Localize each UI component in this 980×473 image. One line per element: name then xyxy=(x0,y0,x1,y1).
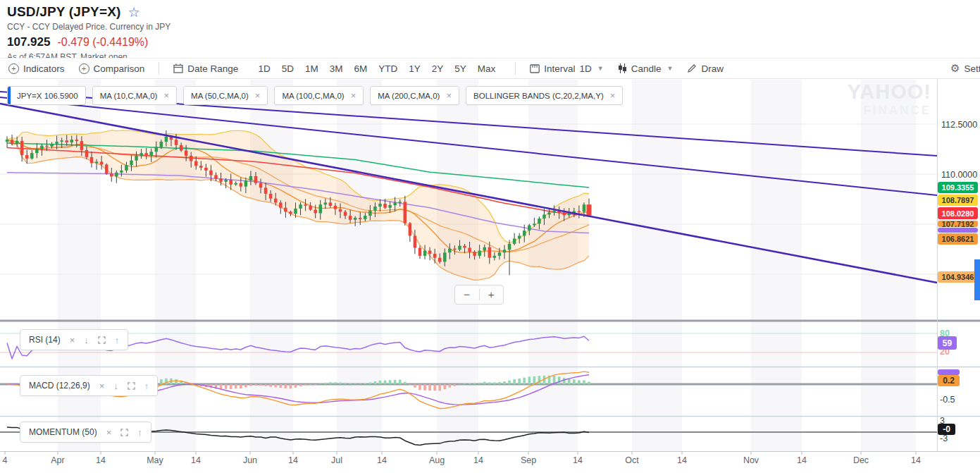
x-axis-tick: 14 xyxy=(473,455,483,465)
indicator-tag-label: MA (100,C,MA,0) xyxy=(282,92,344,100)
quote-subtitle: CCY - CCY Delayed Price. Currency in JPY xyxy=(7,22,170,32)
settings-button[interactable]: ⚙ Settings xyxy=(950,62,980,75)
price-badge: 108.7897 xyxy=(938,195,978,206)
toolbar-divider xyxy=(515,62,516,75)
momentum-axis-tick: -3 xyxy=(940,434,948,443)
x-axis-tick: 14 xyxy=(288,455,298,465)
expand-icon[interactable] xyxy=(120,429,128,436)
date-range-label: Date Range xyxy=(187,63,238,74)
indicator-tag[interactable]: MA (100,C,MA,0)× xyxy=(274,86,364,105)
macd-panel-label[interactable]: MACD (12,26,9) × ↓ ↑ xyxy=(20,375,158,396)
macd-badge: 0.2 xyxy=(938,375,960,386)
tag-accent-bar xyxy=(8,87,11,104)
range-max[interactable]: Max xyxy=(472,63,502,74)
expand-icon[interactable] xyxy=(128,382,135,390)
star-favorite-icon[interactable]: ☆ xyxy=(128,6,140,19)
momentum-badge: -0 xyxy=(938,424,955,435)
move-down-icon[interactable]: ↓ xyxy=(113,381,118,391)
indicator-tag-label: BOLLINGER BANDS (C,20,2,MA,Y) xyxy=(473,92,604,100)
indicator-tag[interactable]: MA (200,C,MA,0)× xyxy=(370,86,459,105)
indicator-tag-label: MA (10,C,MA,0) xyxy=(100,92,158,100)
plus-circle-icon: + xyxy=(79,63,89,74)
zoom-in-button[interactable]: + xyxy=(480,286,504,303)
quote-header: USD/JPY (JPY=X) ☆ CCY - CCY Delayed Pric… xyxy=(7,4,170,62)
indicator-tag[interactable]: BOLLINGER BANDS (C,20,2,MA,Y)× xyxy=(466,86,623,105)
close-icon[interactable]: × xyxy=(106,428,112,437)
range-1d[interactable]: 1D xyxy=(252,63,275,74)
range-3m[interactable]: 3M xyxy=(324,63,349,74)
current-price: 107.925 xyxy=(7,35,50,49)
interval-icon xyxy=(530,64,540,73)
x-axis-tick: 14 xyxy=(677,455,687,465)
move-down-icon[interactable]: ↓ xyxy=(84,336,89,345)
comparison-button[interactable]: + Comparison xyxy=(79,63,145,74)
x-axis-tick: Sep xyxy=(521,455,536,465)
x-axis-tick: 14 xyxy=(96,455,106,465)
chart-type-label: Candle xyxy=(631,63,662,74)
close-icon[interactable]: × xyxy=(351,91,356,100)
x-axis-tick: 14 xyxy=(911,455,921,465)
indicator-tag[interactable]: MA (10,C,MA,0)× xyxy=(92,86,177,105)
toolbar-divider xyxy=(159,62,159,75)
momentum-panel-title: MOMENTUM (50) xyxy=(29,427,97,437)
indicators-button[interactable]: + Indicators xyxy=(8,63,65,74)
zoom-out-button[interactable]: − xyxy=(455,286,479,303)
close-icon[interactable]: × xyxy=(610,91,616,100)
close-icon[interactable]: × xyxy=(70,336,75,345)
range-selector: 1D5D1M3M6MYTD1Y2Y5YMax xyxy=(252,63,501,74)
draw-button[interactable]: Draw xyxy=(687,63,724,74)
zoom-controls: − + xyxy=(454,285,504,305)
range-1y[interactable]: 1Y xyxy=(403,63,426,74)
indicator-tag-label: MA (200,C,MA,0) xyxy=(378,92,440,100)
interval-label: Interval xyxy=(544,63,575,74)
close-icon[interactable]: × xyxy=(446,91,452,100)
range-5y[interactable]: 5Y xyxy=(449,63,472,74)
x-axis-tick: Apr xyxy=(51,455,64,465)
price-change: -0.479 (-0.4419%) xyxy=(57,36,148,49)
move-up-icon[interactable]: ↑ xyxy=(115,336,120,345)
chart-type-dropdown[interactable]: Candle ▼ xyxy=(618,63,674,74)
chart-toolbar: + Indicators + Comparison Date Range 1D5… xyxy=(0,58,980,79)
calendar-icon xyxy=(173,63,183,73)
symbol-tag[interactable]: JPY=X 106.5900 xyxy=(7,86,86,105)
close-icon[interactable]: × xyxy=(255,91,261,100)
range-6m[interactable]: 6M xyxy=(348,63,373,74)
close-icon[interactable]: × xyxy=(163,91,169,100)
comparison-label: Comparison xyxy=(94,63,145,74)
price-badge xyxy=(938,228,978,233)
momentum-panel-label[interactable]: MOMENTUM (50) × ↑ xyxy=(20,422,151,443)
settings-label: Settings xyxy=(964,63,980,74)
x-axis-tick: 14 xyxy=(573,455,583,465)
rsi-panel-title: RSI (14) xyxy=(29,335,61,345)
expand-icon[interactable] xyxy=(98,336,106,344)
x-axis-tick: Dec xyxy=(853,455,869,465)
range-5d[interactable]: 5D xyxy=(276,63,299,74)
rsi-panel-label[interactable]: RSI (14) × ↓ ↑ xyxy=(20,329,128,350)
price-badge: 109.3355 xyxy=(938,182,978,193)
indicator-tag[interactable]: MA (50,C,MA,0)× xyxy=(183,86,268,105)
draw-label: Draw xyxy=(701,63,724,74)
indicators-label: Indicators xyxy=(23,63,65,74)
plus-circle-icon: + xyxy=(8,63,19,74)
range-2y[interactable]: 2Y xyxy=(426,63,449,74)
scrollbar-thumb[interactable] xyxy=(974,259,980,300)
range-ytd[interactable]: YTD xyxy=(373,63,403,74)
chevron-down-icon: ▼ xyxy=(597,65,604,72)
close-icon[interactable]: × xyxy=(99,381,105,391)
candle-chart-icon xyxy=(618,63,627,73)
range-1m[interactable]: 1M xyxy=(299,63,324,74)
move-up-icon[interactable]: ↑ xyxy=(137,428,142,437)
x-axis-tick: May xyxy=(147,455,163,465)
rsi-badge: 59 xyxy=(938,336,957,350)
date-range-button[interactable]: Date Range xyxy=(173,63,238,74)
price-axis-tick: 110.0000 xyxy=(941,170,977,180)
page-title: USD/JPY (JPY=X) xyxy=(7,4,121,20)
move-up-icon[interactable]: ↑ xyxy=(144,381,149,391)
x-axis-tick: Aug xyxy=(429,455,445,465)
price-badge: 107.7192 xyxy=(938,221,978,227)
interval-dropdown[interactable]: Interval 1D ▼ xyxy=(530,63,603,74)
x-axis-tick: Nov xyxy=(743,455,759,465)
x-axis-tick: Jun xyxy=(243,455,257,465)
x-axis-tick: Oct xyxy=(625,455,638,465)
symbol-tag-label: JPY=X 106.5900 xyxy=(17,92,78,100)
